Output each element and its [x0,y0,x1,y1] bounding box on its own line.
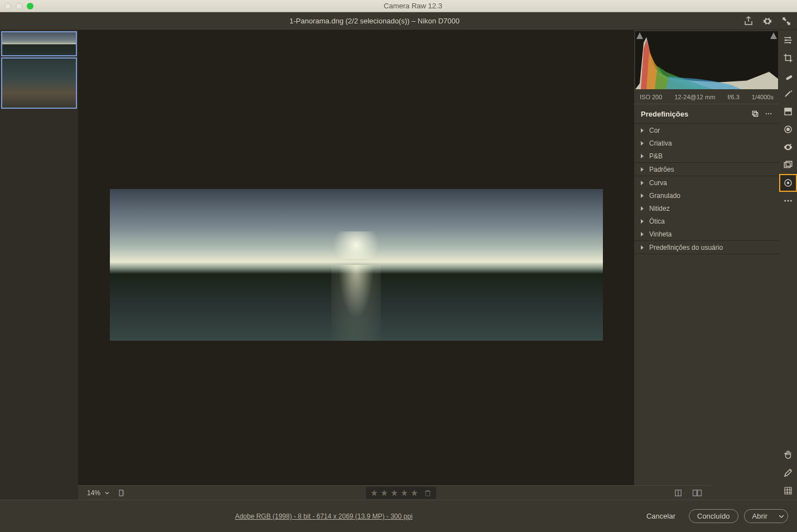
svg-point-6 [785,40,787,41]
preset-group-3: Curva Granulado Nitidez Ótica Vinheta [634,176,779,241]
chevron-right-icon [641,245,644,250]
crop-tool[interactable] [779,49,797,67]
cancel-button[interactable]: Cancelar [639,510,683,523]
chevron-right-icon [641,181,644,185]
star-4[interactable] [400,489,408,497]
preset-curva[interactable]: Curva [634,176,779,189]
gear-icon[interactable] [762,16,772,26]
share-icon[interactable] [743,16,753,26]
preset-group-4: Predefinições do usuário [634,241,779,254]
redeye-tool[interactable] [779,138,797,156]
histogram-chart [635,31,778,89]
presets-tool[interactable] [779,174,797,192]
preset-granulado[interactable]: Granulado [634,189,779,202]
thumbnail-1[interactable] [1,31,77,56]
adjustment-brush-tool[interactable] [779,85,797,103]
exif-iso: ISO 200 [640,94,662,100]
star-rating [366,487,436,499]
panel-header: Predefinições [634,104,779,124]
exif-lens: 12-24@12 mm [674,94,715,100]
before-after-single-icon[interactable] [673,488,683,498]
svg-point-7 [789,42,791,43]
done-button[interactable]: Concluído [689,509,738,523]
trash-icon[interactable] [424,489,432,497]
preview-canvas[interactable] [78,30,634,500]
histogram[interactable] [635,31,778,89]
chevron-right-icon [641,154,644,158]
svg-rect-22 [119,490,123,496]
svg-rect-0 [752,111,756,115]
before-after-split-icon[interactable] [692,488,702,498]
zoom-control[interactable]: 14% [83,489,114,497]
open-dropdown[interactable] [775,509,788,523]
chevron-right-icon [641,232,644,236]
chevron-down-icon [779,514,784,519]
shadow-clip-icon[interactable] [636,32,643,39]
traffic-lights [4,3,33,9]
preset-criativa[interactable]: Criativa [634,137,779,149]
fit-icon[interactable] [118,488,128,498]
svg-rect-15 [786,161,792,166]
preset-cor[interactable]: Cor [634,124,779,137]
open-button-group: Abrir [744,509,788,523]
svg-point-19 [788,200,789,202]
graduated-filter-tool[interactable] [779,103,797,120]
edit-tool[interactable] [779,31,797,49]
chevron-right-icon [641,141,644,146]
star-1[interactable] [370,489,378,497]
preset-group-2: Padrões [634,163,779,176]
healing-tool[interactable] [779,67,797,85]
panel-title: Predefinições [641,110,746,118]
footer: Adobe RGB (1998) - 8 bit - 6714 x 2069 (… [0,500,797,532]
preset-list: Cor Criativa P&B Padrões Curva Granulado… [634,124,779,500]
more-icon[interactable] [765,110,772,118]
preset-user[interactable]: Predefinições do usuário [634,241,779,254]
rating-area [133,487,669,499]
star-2[interactable] [380,489,388,497]
right-panel: ISO 200 12-24@12 mm f/6.3 1/4000s Predef… [634,30,779,500]
svg-point-9 [786,77,787,78]
svg-point-17 [787,182,790,185]
radial-filter-tool[interactable] [779,120,797,138]
svg-point-13 [786,128,790,131]
star-5[interactable] [410,489,418,497]
tool-rail [779,30,797,500]
svg-point-2 [766,113,767,114]
file-info: 1-Panorama.dng (2/2 selecionado(s)) – Ni… [6,17,743,25]
preview-image [110,189,603,341]
exif-aperture: f/6.3 [727,94,739,100]
svg-rect-14 [784,163,790,168]
preset-pb[interactable]: P&B [634,149,779,162]
maximize-window[interactable] [27,3,33,9]
thumbnail-2[interactable] [1,57,77,109]
minimize-window[interactable] [16,3,22,9]
copy-settings-icon[interactable] [751,110,759,118]
highlight-clip-icon[interactable] [770,32,777,39]
chevron-right-icon [641,206,644,211]
star-3[interactable] [390,489,398,497]
hand-tool[interactable] [779,446,797,464]
zoom-level: 14% [87,489,100,497]
footer-buttons: Cancelar Concluído Abrir [639,509,788,523]
color-sampler-tool[interactable] [779,464,797,482]
fullscreen-icon[interactable] [781,16,791,26]
svg-rect-25 [698,490,702,496]
preset-nitidez[interactable]: Nitidez [634,202,779,215]
close-window[interactable] [4,3,11,9]
open-button[interactable]: Abrir [744,509,775,523]
chevron-right-icon [641,194,644,198]
more-tools[interactable] [779,192,797,210]
exif-bar: ISO 200 12-24@12 mm f/6.3 1/4000s [634,90,779,104]
header-actions [743,16,791,26]
snapshots-tool[interactable] [779,156,797,174]
preset-vinheta[interactable]: Vinheta [634,228,779,240]
preset-otica[interactable]: Ótica [634,215,779,228]
grid-tool[interactable] [779,482,797,500]
svg-rect-1 [754,113,758,117]
main-body: ISO 200 12-24@12 mm f/6.3 1/4000s Predef… [0,30,797,500]
workflow-link[interactable]: Adobe RGB (1998) - 8 bit - 6714 x 2069 (… [9,512,639,520]
svg-point-4 [770,113,771,114]
chevron-right-icon [641,219,644,224]
preset-padroes[interactable]: Padrões [634,163,779,176]
header-bar: 1-Panorama.dng (2/2 selecionado(s)) – Ni… [0,12,797,30]
